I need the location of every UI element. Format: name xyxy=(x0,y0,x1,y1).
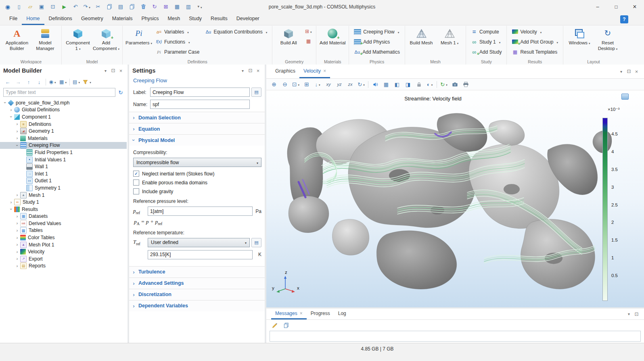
study-1-button[interactable]: Study 1 xyxy=(468,37,503,47)
chevron-right-icon[interactable] xyxy=(15,129,20,134)
add-physics-button[interactable]: Add Physics xyxy=(351,37,392,47)
mesh-1-button[interactable]: Mesh 1 xyxy=(436,27,463,47)
model-manager-button[interactable]: Model Manager xyxy=(31,27,59,52)
functions-button[interactable]: Functions xyxy=(153,37,192,47)
add-study-button[interactable]: Add Study xyxy=(468,47,504,57)
view-yz-icon[interactable]: yz xyxy=(334,80,345,89)
close-tab-icon[interactable] xyxy=(323,68,326,74)
menu-geometry[interactable]: Geometry xyxy=(77,13,108,25)
new-file-icon[interactable]: ▯ xyxy=(14,2,24,11)
orbit-icon[interactable]: ↻ xyxy=(356,80,366,89)
checkbox-include-gravity[interactable]: Include gravity xyxy=(133,188,261,194)
node-view-icon[interactable]: ▦ xyxy=(58,77,68,86)
menu-file[interactable]: File xyxy=(5,13,22,25)
tree-node-global-definitions[interactable]: Global Definitions xyxy=(0,106,127,114)
close-icon[interactable] xyxy=(625,0,644,13)
checkbox-unchecked-icon[interactable] xyxy=(133,188,139,194)
section-advanced-settings[interactable]: Advanced Settings xyxy=(129,278,265,289)
parameter-case-button[interactable]: Parameter Case xyxy=(153,47,202,57)
tree-node-materials[interactable]: Materials xyxy=(0,135,127,142)
maximize-icon[interactable] xyxy=(607,0,625,13)
application-builder-button[interactable]: Application Builder xyxy=(3,27,31,52)
temperature-source-icon[interactable]: ▤ xyxy=(251,238,261,247)
reference-pressure-input[interactable] xyxy=(148,207,253,216)
section-discretization[interactable]: Discretization xyxy=(129,289,265,300)
checkbox-unchecked-icon[interactable] xyxy=(133,179,139,186)
tree-node-component-1[interactable]: Component 1 xyxy=(0,113,127,121)
tab-graphics[interactable]: Graphics xyxy=(271,65,299,78)
copy-icon[interactable] xyxy=(104,2,115,11)
variables-button[interactable]: Variables xyxy=(153,27,191,37)
chevron-right-icon[interactable] xyxy=(8,108,14,112)
panel-menu-icon[interactable] xyxy=(618,68,625,75)
save-icon[interactable]: ▣ xyxy=(36,2,47,11)
tree-node-pore-scale-flow-3d-mph[interactable]: pore_scale_flow_3d.mph xyxy=(0,99,127,106)
tree-node-datasets[interactable]: Datasets xyxy=(0,213,127,220)
float-panel-icon[interactable] xyxy=(247,67,254,74)
help-button[interactable]: ? xyxy=(620,15,628,23)
panel-menu-icon[interactable] xyxy=(239,67,246,74)
close-panel-icon[interactable] xyxy=(117,67,124,74)
menu-results[interactable]: Results xyxy=(206,13,232,25)
close-panel-icon[interactable] xyxy=(633,68,640,75)
copy-text-icon[interactable] xyxy=(281,321,291,330)
chevron-right-icon[interactable] xyxy=(15,136,20,140)
tab-log[interactable]: Log xyxy=(334,309,350,319)
label-input[interactable] xyxy=(150,88,250,97)
insert-sequence-icon[interactable]: ⊞ xyxy=(303,27,314,36)
chevron-right-icon[interactable] xyxy=(15,221,20,225)
undo-icon[interactable]: ↶ xyxy=(70,2,81,11)
result-templates-button[interactable]: Result Templates xyxy=(509,47,560,57)
collapse-all-icon[interactable]: ▤ xyxy=(71,77,82,86)
physics-interface-select[interactable]: Creeping Flow xyxy=(351,27,401,37)
filter-refresh-icon[interactable]: ↻ xyxy=(115,88,126,97)
component-button[interactable]: Component 1 xyxy=(64,27,92,52)
tree-node-fluid-properties-1[interactable]: Fluid Properties 1 xyxy=(0,149,127,156)
open-file-icon[interactable]: ▱ xyxy=(25,2,36,11)
chevron-right-icon[interactable] xyxy=(8,200,14,204)
filter-input[interactable] xyxy=(3,88,115,97)
section-physical-model[interactable]: Physical Model xyxy=(129,134,265,146)
velocity-plot-button[interactable]: Velocity xyxy=(509,27,544,37)
update-solution-icon[interactable]: ↻ xyxy=(149,2,160,11)
tree-node-results[interactable]: Results xyxy=(0,206,127,213)
equation-contributions-button[interactable]: Equation Contributions xyxy=(203,27,270,37)
menu-materials[interactable]: Materials xyxy=(108,13,137,25)
tab-progress[interactable]: Progress xyxy=(307,309,334,319)
tree-node-study-1[interactable]: Study 1 xyxy=(0,198,127,206)
scene-light-icon[interactable]: ◐ xyxy=(424,80,435,89)
delete-icon[interactable] xyxy=(138,2,148,11)
chevron-right-icon[interactable] xyxy=(15,193,20,197)
sound-icon[interactable] xyxy=(370,80,381,89)
show-grid-icon[interactable]: ▦ xyxy=(381,80,391,89)
zoom-extents-icon[interactable]: ⊡ xyxy=(291,80,301,89)
report-icon[interactable]: ▥ xyxy=(183,2,194,11)
compressibility-select[interactable]: Incompressible flow xyxy=(133,158,261,167)
menu-mesh[interactable]: Mesh xyxy=(163,13,185,25)
tree-node-derived-values[interactable]: Derived Values xyxy=(0,220,127,227)
float-panel-icon[interactable] xyxy=(633,311,640,317)
annotate-icon[interactable] xyxy=(270,321,280,330)
add-material-button[interactable]: Add Material xyxy=(319,27,346,47)
tree-node-creeping-flow[interactable]: Creeping Flow xyxy=(0,142,127,149)
add-mathematics-button[interactable]: Add Mathematics xyxy=(351,47,402,57)
tree-node-definitions[interactable]: Definitions xyxy=(0,121,127,128)
tree-node-geometry-1[interactable]: Geometry 1 xyxy=(0,127,127,135)
add-component-button[interactable]: Add Component xyxy=(92,27,120,52)
temperature-input[interactable] xyxy=(148,250,253,259)
windows-button[interactable]: Windows xyxy=(566,27,593,47)
chevron-right-icon[interactable] xyxy=(15,242,20,247)
paste-icon[interactable]: ▤ xyxy=(115,2,126,11)
panel-menu-icon[interactable] xyxy=(625,311,632,317)
print-icon[interactable] xyxy=(460,80,471,89)
tab-velocity[interactable]: Velocity xyxy=(299,65,330,78)
chevron-right-icon[interactable] xyxy=(15,122,20,126)
section-equation[interactable]: Equation xyxy=(129,123,265,134)
tree-node-inlet-1[interactable]: Inlet 1 xyxy=(0,170,127,177)
cut-icon[interactable]: ✂ xyxy=(93,2,103,11)
float-panel-icon[interactable] xyxy=(625,68,632,75)
tree-node-wall-1[interactable]: Wall 1 xyxy=(0,163,127,170)
move-down-icon[interactable]: ↓ xyxy=(34,77,44,86)
move-up-icon[interactable]: ↑ xyxy=(23,77,34,86)
section-domain-selection[interactable]: Domain Selection xyxy=(129,112,265,123)
